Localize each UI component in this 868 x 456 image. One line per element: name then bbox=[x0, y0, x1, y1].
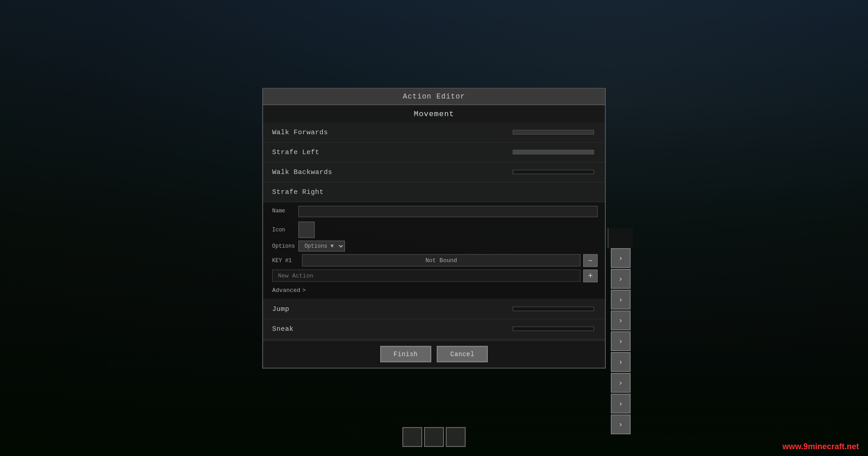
options-dropdown[interactable]: Options ▼ bbox=[298, 240, 345, 251]
keybind-row-walk-backwards: Walk Backwards bbox=[263, 162, 605, 182]
icon-row: Icon bbox=[272, 221, 598, 238]
keybind-name-walk-backwards: Walk Backwards bbox=[272, 168, 513, 176]
keybind-name-strafe-left: Strafe Left bbox=[272, 148, 513, 156]
advanced-link[interactable]: Advanced > bbox=[272, 285, 306, 295]
hotbar-slot-2[interactable] bbox=[424, 427, 444, 447]
right-arrow-btn-4[interactable]: › bbox=[611, 310, 631, 330]
expanded-section: Name Icon Options Options ▼ bbox=[263, 202, 605, 299]
options-label: Options bbox=[272, 243, 295, 249]
advanced-arrow-icon: > bbox=[302, 287, 306, 293]
keybind-key-jump[interactable] bbox=[513, 307, 594, 311]
dialog-body: Movement Walk Forwards Strafe Left Walk … bbox=[263, 105, 605, 340]
watermark: www.9minecraft.net bbox=[783, 442, 859, 451]
key-label: KEY #1 bbox=[272, 257, 299, 263]
right-arrow-btn-5[interactable]: › bbox=[611, 331, 631, 351]
keybind-row-sneak: Sneak bbox=[263, 319, 605, 339]
keybind-key-sneak[interactable] bbox=[513, 327, 594, 331]
dialog-footer: Finish Cancel bbox=[263, 340, 605, 367]
new-action-row: + bbox=[272, 269, 598, 282]
action-editor-dialog: Action Editor Movement Walk Forwards Str… bbox=[262, 88, 606, 368]
keybind-name-strafe-right: Strafe Right bbox=[272, 188, 598, 196]
not-bound-button[interactable]: Not Bound bbox=[302, 254, 580, 267]
keybind-name-jump: Jump bbox=[272, 305, 513, 313]
right-arrow-btn-1[interactable]: › bbox=[611, 248, 631, 268]
hotbar-slot-3[interactable] bbox=[446, 427, 466, 447]
right-arrow-btn-8[interactable]: › bbox=[611, 394, 631, 414]
finish-button[interactable]: Finish bbox=[380, 346, 431, 362]
expanded-inner: Name Icon Options Options ▼ bbox=[272, 206, 598, 295]
advanced-row: Advanced > bbox=[272, 285, 598, 295]
right-arrow-btn-6[interactable]: › bbox=[611, 352, 631, 372]
right-arrow-btn-7[interactable]: › bbox=[611, 373, 631, 393]
keybind-key-walk-backwards[interactable] bbox=[513, 170, 594, 174]
right-arrow-btn-2[interactable]: › bbox=[611, 269, 631, 289]
name-input[interactable] bbox=[298, 206, 598, 217]
right-arrow-btn-9[interactable]: › bbox=[611, 414, 631, 434]
minus-button[interactable]: − bbox=[583, 254, 598, 267]
cancel-button[interactable]: Cancel bbox=[437, 346, 488, 362]
icon-label: Icon bbox=[272, 226, 295, 233]
keybind-row-strafe-left: Strafe Left bbox=[263, 142, 605, 162]
icon-box[interactable] bbox=[298, 221, 315, 238]
new-action-input[interactable] bbox=[272, 270, 580, 282]
keybind-key-walk-forwards[interactable] bbox=[513, 130, 594, 135]
keybind-name-walk-forwards: Walk Forwards bbox=[272, 128, 513, 136]
binding-row: KEY #1 Not Bound − bbox=[272, 254, 598, 267]
keybind-row-walk-forwards: Walk Forwards bbox=[263, 122, 605, 142]
keybind-key-strafe-left[interactable] bbox=[513, 150, 594, 155]
name-label: Name bbox=[272, 208, 295, 214]
hotbar bbox=[402, 427, 466, 447]
name-row: Name bbox=[272, 206, 598, 217]
hotbar-slot-1[interactable] bbox=[402, 427, 422, 447]
dialog-title: Action Editor bbox=[403, 92, 465, 100]
keybind-row-jump: Jump bbox=[263, 299, 605, 319]
keybind-name-sneak: Sneak bbox=[272, 325, 513, 333]
section-header-movement: Movement bbox=[263, 105, 605, 122]
options-row: Options Options ▼ bbox=[272, 240, 598, 251]
right-arrow-btn-3[interactable]: › bbox=[611, 290, 631, 310]
right-arrows-panel: › › › › › › › › › bbox=[608, 228, 633, 248]
dialog-title-bar: Action Editor bbox=[263, 89, 605, 105]
plus-button[interactable]: + bbox=[583, 269, 598, 282]
keybind-row-strafe-right: Strafe Right bbox=[263, 182, 605, 202]
